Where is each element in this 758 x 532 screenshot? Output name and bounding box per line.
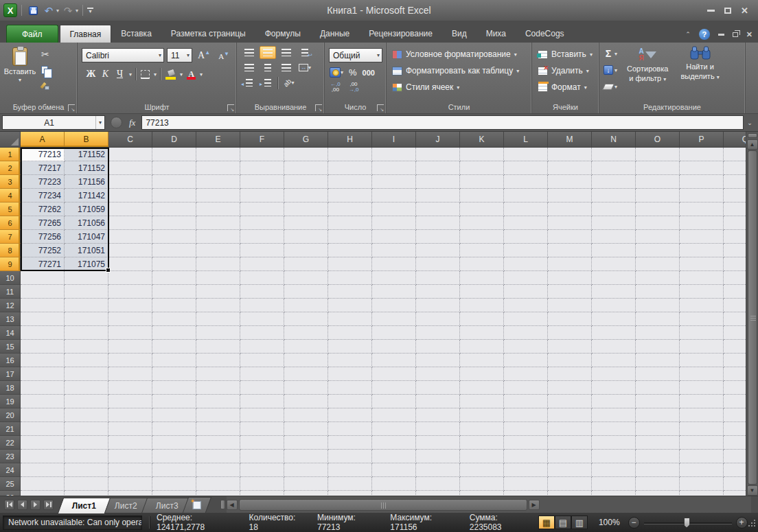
cell-K5[interactable] <box>460 203 504 216</box>
name-box[interactable]: A1 ▾ <box>2 115 105 130</box>
clear-button[interactable]: ▾ <box>602 80 619 93</box>
cell-B21[interactable] <box>65 422 108 436</box>
cell-B13[interactable] <box>65 312 108 326</box>
cell-G6[interactable] <box>284 216 328 230</box>
cell-C21[interactable] <box>108 422 152 436</box>
excel-logo-icon[interactable]: X <box>3 3 17 17</box>
cell-A11[interactable] <box>21 285 65 299</box>
cell-Q5[interactable] <box>724 203 746 216</box>
cell-B15[interactable] <box>65 340 108 354</box>
cell-M21[interactable] <box>548 422 592 436</box>
cell-L21[interactable] <box>504 422 548 436</box>
cell-C10[interactable] <box>108 271 152 285</box>
font-size-combo[interactable]: 11▾ <box>167 48 192 62</box>
cell-J11[interactable] <box>416 285 460 299</box>
cell-M15[interactable] <box>548 340 592 354</box>
cell-K15[interactable] <box>460 340 504 354</box>
cell-Q18[interactable] <box>724 381 746 395</box>
align-center-button[interactable] <box>260 61 276 74</box>
scroll-up-button[interactable]: ▲ <box>747 139 758 150</box>
cell-A10[interactable] <box>21 271 65 285</box>
cell-N10[interactable] <box>592 271 636 285</box>
cell-E24[interactable] <box>196 463 240 477</box>
cell-M16[interactable] <box>548 354 592 367</box>
column-header-F[interactable]: F <box>240 132 284 147</box>
cell-K24[interactable] <box>460 463 504 477</box>
cell-N6[interactable] <box>592 216 636 230</box>
row-header-3[interactable]: 3 <box>0 175 21 189</box>
cell-B8[interactable]: 171051 <box>65 244 108 257</box>
cell-D25[interactable] <box>152 477 196 491</box>
cell-P2[interactable] <box>680 161 724 175</box>
cell-F18[interactable] <box>240 381 284 395</box>
cell-K11[interactable] <box>460 285 504 299</box>
cell-J19[interactable] <box>416 395 460 408</box>
cell-Q6[interactable] <box>724 216 746 230</box>
row-header-16[interactable]: 16 <box>0 354 21 367</box>
row-header-4[interactable]: 4 <box>0 189 21 203</box>
column-header-O[interactable]: O <box>636 132 680 147</box>
cell-C9[interactable] <box>108 257 152 271</box>
sort-filter-button[interactable]: АЯ Сортировка и фильтр ▾ <box>623 46 672 101</box>
cell-O5[interactable] <box>636 203 680 216</box>
cell-N16[interactable] <box>592 354 636 367</box>
cell-J1[interactable] <box>416 148 460 161</box>
cell-L10[interactable] <box>504 271 548 285</box>
autosum-button[interactable]: Σ▾ <box>602 47 619 60</box>
cell-G13[interactable] <box>284 312 328 326</box>
cell-I16[interactable] <box>372 354 416 367</box>
column-header-D[interactable]: D <box>152 132 196 147</box>
cell-A9[interactable]: 77271 <box>21 257 65 271</box>
cell-F24[interactable] <box>240 463 284 477</box>
cell-E26[interactable] <box>196 491 240 496</box>
cell-O6[interactable] <box>636 216 680 230</box>
cell-A7[interactable]: 77256 <box>21 230 65 244</box>
cell-F17[interactable] <box>240 367 284 381</box>
cell-N1[interactable] <box>592 148 636 161</box>
cell-D19[interactable] <box>152 395 196 408</box>
shrink-font-button[interactable]: A▼ <box>216 51 232 60</box>
cell-L5[interactable] <box>504 203 548 216</box>
cell-J12[interactable] <box>416 299 460 312</box>
cell-M14[interactable] <box>548 326 592 340</box>
column-header-Q[interactable]: Q <box>724 132 746 147</box>
zoom-in-button[interactable]: + <box>736 517 748 529</box>
find-select-button[interactable]: Найти и выделить ▾ <box>676 46 723 101</box>
cell-E9[interactable] <box>196 257 240 271</box>
cell-N2[interactable] <box>592 161 636 175</box>
cell-D20[interactable] <box>152 408 196 422</box>
cell-C16[interactable] <box>108 354 152 367</box>
cell-M13[interactable] <box>548 312 592 326</box>
cell-Q13[interactable] <box>724 312 746 326</box>
decrease-decimal-button[interactable]: ,00→,0 <box>349 82 359 93</box>
cell-O22[interactable] <box>636 436 680 450</box>
cell-N25[interactable] <box>592 477 636 491</box>
cell-O19[interactable] <box>636 395 680 408</box>
cell-N26[interactable] <box>592 491 636 496</box>
cell-E13[interactable] <box>196 312 240 326</box>
cell-O16[interactable] <box>636 354 680 367</box>
cell-B14[interactable] <box>65 326 108 340</box>
cell-D24[interactable] <box>152 463 196 477</box>
cell-P10[interactable] <box>680 271 724 285</box>
cell-A2[interactable]: 77217 <box>21 161 65 175</box>
cell-M8[interactable] <box>548 244 592 257</box>
cell-I9[interactable] <box>372 257 416 271</box>
cell-J23[interactable] <box>416 450 460 463</box>
dialog-launcher-icon[interactable] <box>68 104 75 111</box>
cell-N8[interactable] <box>592 244 636 257</box>
cell-O18[interactable] <box>636 381 680 395</box>
row-header-10[interactable]: 10 <box>0 271 21 285</box>
cell-D14[interactable] <box>152 326 196 340</box>
cell-P12[interactable] <box>680 299 724 312</box>
cell-F10[interactable] <box>240 271 284 285</box>
cell-P23[interactable] <box>680 450 724 463</box>
cells-area[interactable]: 1772131711522772171711523772231711564772… <box>0 148 746 496</box>
undo-dropdown[interactable]: ▾ <box>56 8 59 14</box>
cell-A6[interactable]: 77265 <box>21 216 65 230</box>
cell-J13[interactable] <box>416 312 460 326</box>
row-header-13[interactable]: 13 <box>0 312 21 326</box>
cell-Q4[interactable] <box>724 189 746 203</box>
expand-formula-bar-button[interactable]: ⌄ <box>744 119 756 126</box>
vertical-split-handle[interactable] <box>748 133 757 138</box>
